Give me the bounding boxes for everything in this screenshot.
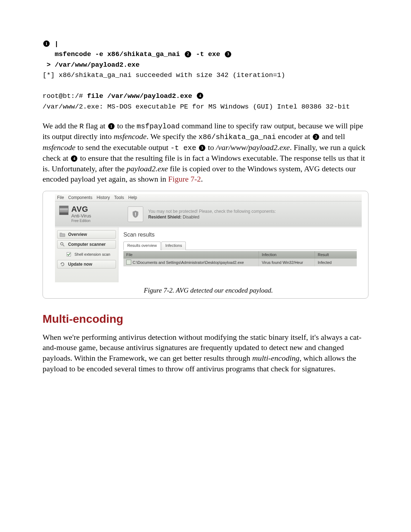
- callout-ref-4: 4: [71, 155, 77, 162]
- svg-line-1: [63, 245, 64, 246]
- sidebar-item-label: Update now: [68, 262, 92, 267]
- callout-4: 4: [197, 93, 203, 99]
- menu-tools[interactable]: Tools: [114, 195, 124, 200]
- text: We add the: [43, 121, 79, 130]
- avg-warning-panel: You may not be protected! Please, check …: [122, 201, 362, 227]
- avg-body: Overview Computer scanner Shell extensio…: [55, 227, 362, 282]
- code-file-cmd: file /var/www/payload2.exe: [87, 92, 192, 100]
- code-t-exe: -t exe: [196, 50, 220, 58]
- callout-3: 3: [225, 51, 231, 57]
- scan-results-title: Scan results: [123, 231, 357, 239]
- warning-line1: You may not be protected! Please, check …: [148, 209, 276, 214]
- col-file[interactable]: File: [123, 251, 259, 259]
- text: flag at: [84, 121, 107, 130]
- menu-help[interactable]: Help: [128, 195, 137, 200]
- menu-file[interactable]: File: [57, 195, 64, 200]
- sidebar-item-scanner[interactable]: Computer scanner: [57, 240, 116, 249]
- tab-infections[interactable]: Infections: [161, 242, 186, 250]
- text: to the: [115, 121, 137, 130]
- msfpayload-ref: msfpayload: [137, 122, 179, 131]
- col-result[interactable]: Result: [315, 251, 357, 259]
- figure-7-2: File Components History Tools Help AVG A…: [43, 191, 368, 299]
- code-msfencode-cmd: msfencode -e x86/shikata_ga_nai: [55, 50, 180, 58]
- callout-1: 1: [43, 40, 50, 47]
- avg-name: AVG: [71, 205, 91, 214]
- code-block: 1 | msfencode -e x86/shikata_ga_nai 2 -t…: [43, 39, 368, 112]
- callout-ref-2: 2: [313, 134, 319, 140]
- text: . We specify the: [146, 132, 198, 141]
- path-ref: /var/www/payload2.exe: [216, 143, 290, 152]
- menu-components[interactable]: Components: [68, 195, 92, 200]
- sidebar-item-label: Overview: [68, 232, 87, 237]
- section-heading-multi-encoding: Multi-encoding: [43, 311, 368, 327]
- page: 1 | msfencode -e x86/shikata_ga_nai 2 -t…: [0, 0, 411, 419]
- avg-header: AVG Anti-Virus Free Edition You may not …: [55, 201, 362, 227]
- tab-results-overview[interactable]: Results overview: [123, 242, 161, 250]
- shield-warning-icon: [128, 206, 143, 222]
- text: and tell: [320, 132, 345, 141]
- sidebar-item-overview[interactable]: Overview: [57, 230, 116, 239]
- texe-ref: -t exe: [170, 144, 196, 152]
- exe-file-icon: [126, 260, 131, 265]
- callout-2: 2: [185, 51, 191, 57]
- callout-ref-1: 1: [108, 123, 115, 129]
- avg-warning-text: You may not be protected! Please, check …: [148, 209, 276, 220]
- warning-line2: Resident Shield: Disabled: [148, 214, 276, 220]
- menu-history[interactable]: History: [96, 195, 110, 200]
- table-header-row: File Infection Result: [123, 251, 357, 259]
- sidebar-item-shell-scan[interactable]: Shell extension scan: [57, 250, 116, 259]
- tabs: Results overview Infections: [123, 241, 357, 250]
- text: to: [206, 143, 216, 152]
- multi-encoding-term: multi-encoding: [252, 354, 299, 362]
- code-redirect: > /var/www/payload2.exe: [46, 61, 139, 69]
- avg-sidebar: Overview Computer scanner Shell extensio…: [55, 227, 118, 282]
- paragraph-2: When we're performing antivirus detectio…: [43, 332, 368, 374]
- figure-7-2-link[interactable]: Figure 7-2: [168, 174, 201, 183]
- cell-file-text: C:\Documents and Settings\Administrator\…: [133, 260, 244, 265]
- cell-result: Infected: [315, 259, 357, 266]
- sidebar-item-update[interactable]: Update now: [57, 260, 116, 268]
- resident-shield-label: Resident Shield:: [148, 215, 182, 220]
- avg-brand-text: AVG Anti-Virus Free Edition: [71, 205, 91, 222]
- checkbox-icon: [66, 252, 72, 257]
- svg-point-0: [61, 242, 63, 245]
- text: encoder at: [276, 132, 312, 141]
- avg-window: File Components History Tools Help AVG A…: [55, 194, 362, 282]
- code-pipe: |: [54, 40, 58, 48]
- figure-caption: Figure 7-2. AVG detected our encoded pay…: [55, 286, 362, 295]
- code-output-2: /var/www/2.exe: MS-DOS executable PE for…: [43, 103, 350, 111]
- sidebar-item-label: Computer scanner: [68, 242, 106, 247]
- code-output-1: [*] x86/shikata_ga_nai succeeded with si…: [43, 71, 285, 79]
- paragraph-1: We add the R flag at 1 to the msfpayload…: [43, 121, 368, 184]
- msfencode-ref-2: msfencode: [43, 143, 76, 152]
- callout-ref-3: 3: [199, 145, 205, 151]
- text: to send the executable output: [76, 143, 171, 152]
- sidebar-item-label: Shell extension scan: [74, 252, 110, 256]
- resident-shield-value: Disabled: [183, 215, 199, 220]
- avg-edition: Free Edition: [71, 219, 91, 223]
- folder-icon: [60, 232, 65, 237]
- scan-results-table: File Infection Result C:\Documents and S…: [123, 251, 357, 266]
- msfencode-ref: msfencode: [113, 132, 146, 141]
- refresh-icon: [60, 262, 65, 267]
- col-infection[interactable]: Infection: [259, 251, 315, 259]
- avg-brand: AVG Anti-Virus Free Edition: [55, 201, 122, 227]
- cell-file: C:\Documents and Settings\Administrator\…: [123, 259, 259, 266]
- payload2-ref: payload2.exe: [127, 164, 168, 173]
- avg-logo-icon: [59, 206, 68, 215]
- cell-infection: Virus found Win32/Heur: [259, 259, 315, 266]
- avg-main: Scan results Results overview Infections…: [118, 227, 362, 282]
- text: .: [201, 174, 203, 183]
- avg-menubar: File Components History Tools Help: [55, 194, 362, 201]
- avg-product: Anti-Virus: [71, 214, 91, 218]
- magnifier-icon: [60, 242, 65, 247]
- code-prompt: root@bt:/#: [43, 92, 83, 100]
- encoder-ref: x86/shikata_ga_nai: [199, 133, 276, 141]
- table-row[interactable]: C:\Documents and Settings\Administrator\…: [123, 259, 357, 266]
- r-flag: R: [79, 122, 84, 131]
